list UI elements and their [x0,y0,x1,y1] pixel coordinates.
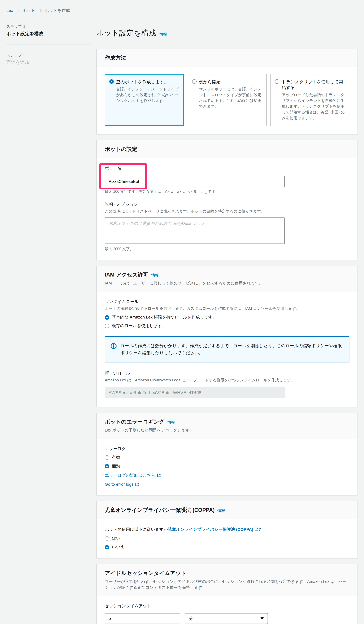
error-log-label: エラーログ [105,446,349,451]
option-title: 空のボットを作成します。 [116,79,168,85]
idle-timeout-panel: アイドルセッションタイムアウト ユーザーが入力を行わず、セッションがアイドル状態… [96,564,358,624]
radio-create-role[interactable] [105,315,109,320]
go-to-error-logs-link[interactable]: Go to error logs [105,482,139,487]
option-card-start-with-transcripts[interactable]: トランスクリプトを使用して開始する アップロードした会話のトランスクリプトからイ… [270,74,349,126]
iam-title: IAM アクセス許可 [105,271,148,278]
runtime-role-desc: ボットの権限を定義するロールを選択します。カスタムロールを作成するには、IAM … [105,306,349,312]
radio-coppa-yes[interactable] [105,536,109,541]
caret-down-icon [260,617,264,620]
error-logging-subtitle: Lex ボットの予期しない問題をデバッグします。 [105,427,349,433]
coppa-question-suffix: ? [258,527,261,532]
radio-coppa-yes-label: はい [112,536,120,541]
external-link-icon [254,527,258,531]
radio-row-coppa-yes[interactable]: はい [105,536,349,541]
description-hint: 最大 2000 文字。 [105,246,349,251]
error-log-details-link[interactable]: エラーログの詳細はこちら [105,472,161,478]
step-1-label: ステップ 1 [6,24,91,29]
info-icon [111,343,117,349]
page-title: ボット設定を構成 [96,28,156,38]
coppa-panel: 児童オンラインプライバシー保護法 (COPPA) 情報 ボットの使用は以下に従い… [96,501,358,558]
radio-row-log-enabled[interactable]: 有効 [105,454,349,460]
role-creation-alert-text: ロールの作成には数分かかります。作成が完了するまで、ロールを削除したり、このロー… [120,342,344,357]
page-info-link[interactable]: 情報 [159,32,167,37]
wizard-steps-sidebar: ステップ 1 ボット設定を構成 ステップ 2 言語を追加 [6,22,91,624]
radio-blank-bot[interactable] [109,79,114,84]
error-logging-info-link[interactable]: 情報 [167,420,175,425]
option-desc: 言語、インテント、スロットタイプがあらかじめ設定されていないベーシックボットを作… [116,86,179,104]
radio-row-log-disabled[interactable]: 無効 [105,463,349,469]
breadcrumb-link-lex[interactable]: Lex [6,8,13,13]
radio-start-with-transcripts[interactable] [275,79,279,84]
session-timeout-label: セッションタイムアウト [105,603,349,609]
new-role-desc: Amazon Lex は、Amazon CloudWatch Logs にアップ… [105,377,349,383]
new-role-name-readonly: AWSServiceRoleForLexV2Bots_WHVEL4T468 [105,387,285,398]
external-link-icon [157,473,161,477]
radio-create-role-label: 基本的な Amazon Lex 権限を持つロールを作成します。 [112,314,217,320]
radio-log-disabled-label: 無効 [112,463,120,469]
radio-coppa-no-label: いいえ [112,544,125,550]
session-timeout-input[interactable] [105,613,180,624]
creation-method-panel: 作成方法 空のボットを作成します。 言語、インテント、スロットタイプがあらかじめ… [96,49,358,134]
external-link-icon [135,482,139,486]
error-logging-panel: ボットのエラーロギング 情報 Lex ボットの予期しない問題をデバッグします。 … [96,413,358,495]
step-1-title[interactable]: ボット設定を構成 [6,31,91,37]
bot-settings-title: ボットの設定 [105,146,349,153]
breadcrumb-current: ボットを作成 [45,8,70,13]
step-1: ステップ 1 ボット設定を構成 [6,24,91,37]
coppa-title: 児童オンラインプライバシー保護法 (COPPA) [105,507,215,514]
timeout-unit-value: 分 [189,616,193,621]
option-desc: アップロードした会話のトランスクリプトからインテントを自動的に生成します。トラン… [282,92,345,121]
description-label: 説明 - オプション [105,202,349,207]
bot-name-input[interactable] [105,176,285,187]
iam-subtitle: IAM ロールは、ユーザーに代わって他のサービスにアクセスするために使用されます… [105,280,349,286]
radio-row-coppa-no[interactable]: いいえ [105,544,349,550]
chevron-right-icon [38,9,42,12]
radio-log-disabled[interactable] [105,464,109,468]
option-card-blank-bot[interactable]: 空のボットを作成します。 言語、インテント、スロットタイプがあらかじめ設定されて… [105,74,184,126]
radio-existing-role[interactable] [105,324,109,328]
radio-log-enabled-label: 有効 [112,454,120,460]
idle-timeout-title: アイドルセッションタイムアウト [105,570,349,577]
iam-permissions-panel: IAM アクセス許可 情報 IAM ロールは、ユーザーに代わって他のサービスにア… [96,266,358,407]
bot-name-label: ボット名 [105,165,349,171]
chevron-right-icon [16,9,20,12]
bot-settings-panel: ボットの設定 ボット名 最大 100 文字です。有効な文字は、A～Z、a～z、0… [96,140,358,260]
radio-start-from-example[interactable] [192,79,197,84]
step-2: ステップ 2 言語を追加 [6,52,91,65]
step-2-label: ステップ 2 [6,52,91,58]
creation-method-title: 作成方法 [105,54,349,62]
runtime-role-label: ランタイムロール [105,299,349,305]
radio-coppa-no[interactable] [105,545,109,549]
timeout-unit-select[interactable]: 分 [185,613,268,624]
sidebar-divider [6,45,91,45]
coppa-law-link[interactable]: 児童オンラインプライバシー保護法 (COPPA) [168,527,253,532]
radio-row-create-role[interactable]: 基本的な Amazon Lex 権限を持つロールを作成します。 [105,314,349,320]
idle-timeout-subtitle: ユーザーが入力を行わず、セッションがアイドル状態の場合に、セッションが維持される… [105,579,349,591]
radio-log-enabled[interactable] [105,455,109,460]
error-logging-title: ボットのエラーロギング [105,418,164,425]
new-role-label: 新しいロール [105,370,349,376]
error-log-details-text: エラーログの詳細はこちら [105,472,155,478]
option-title: トランスクリプトを使用して開始する [282,79,345,91]
breadcrumb: Lex ボット ボットを作成 [0,0,364,13]
option-card-start-from-example[interactable]: 例から開始 サンプルボットには、言語、インテント、スロットタイプが事前に設定され… [188,74,267,126]
iam-info-link[interactable]: 情報 [151,273,159,278]
description-help: この説明はボットリストページに表示されます。ボットの目的を特定するのに役立ちます… [105,208,349,214]
coppa-info-link[interactable]: 情報 [218,508,225,513]
radio-existing-role-label: 既存のロールを使用します。 [112,323,166,329]
coppa-question-prefix: ボットの使用は以下に従いますか [105,527,168,532]
breadcrumb-link-bots[interactable]: ボット [23,8,35,13]
option-desc: サンプルボットには、言語、インテント、スロットタイプが事前に設定されています。こ… [199,86,262,109]
option-title: 例から開始 [199,79,221,85]
description-textarea[interactable] [105,217,285,244]
radio-row-existing-role[interactable]: 既存のロールを使用します。 [105,323,349,329]
step-2-title: 言語を追加 [6,59,91,65]
bot-name-hint: 最大 100 文字です。有効な文字は、A～Z、a～z、0～9、-、_ です [105,189,349,194]
go-to-error-logs-text: Go to error logs [105,482,134,487]
role-creation-alert: ロールの作成には数分かかります。作成が完了するまで、ロールを削除したり、このロー… [105,336,349,363]
